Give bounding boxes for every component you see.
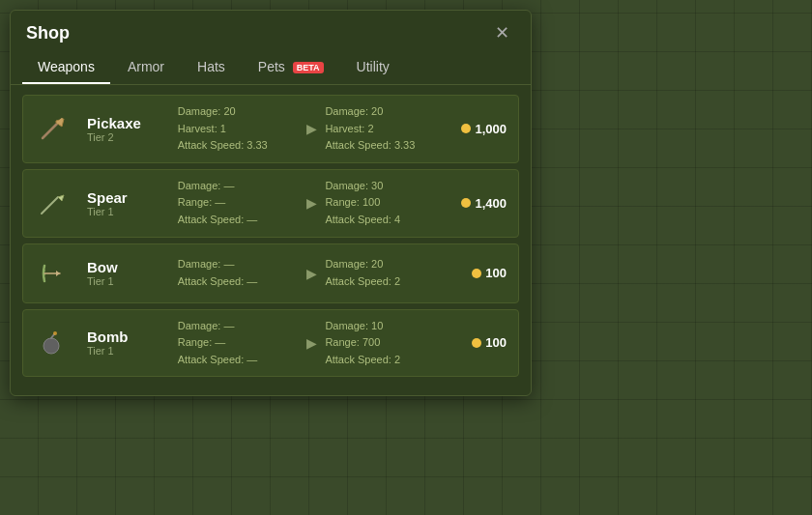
pickaxe-icon (23, 96, 81, 162)
tab-hats[interactable]: Hats (182, 51, 241, 84)
bomb-tier: Tier 1 (87, 345, 168, 357)
svg-point-9 (53, 331, 57, 335)
item-row-pickaxe[interactable]: Pickaxe Tier 2 Damage: 20 Harvest: 1 Att… (22, 95, 519, 163)
bow-name: Bow (87, 259, 168, 275)
item-row-spear[interactable]: Spear Tier 1 Damage: — Range: — Attack S… (22, 169, 519, 238)
pickaxe-stats-left: Damage: 20 Harvest: 1 Attack Speed: 3.33 (174, 96, 304, 162)
svg-line-2 (42, 197, 58, 214)
spear-info: Spear Tier 1 (81, 170, 174, 237)
gold-dot (461, 124, 471, 133)
pickaxe-price-col: 1,000 (450, 96, 518, 162)
pickaxe-price: 1,000 (461, 122, 507, 136)
gold-dot (461, 198, 471, 208)
bow-stats-right: Damage: 20 Attack Speed: 2 (321, 244, 450, 302)
tabs-container: Weapons Armor Hats Pets BETA Utility (11, 51, 531, 85)
gold-dot (472, 269, 481, 278)
bomb-stats-right: Damage: 10 Range: 700 Attack Speed: 2 (321, 310, 450, 377)
modal-header: Shop ✕ (11, 11, 531, 51)
svg-marker-6 (56, 271, 60, 276)
shop-modal: Shop ✕ Weapons Armor Hats Pets BETA Util… (10, 10, 532, 396)
spear-stats-right: Damage: 30 Range: 100 Attack Speed: 4 (321, 170, 450, 237)
bomb-price-col: 100 (450, 310, 518, 377)
spear-price: 1,400 (461, 196, 507, 211)
spear-icon (23, 170, 81, 237)
item-row-bow[interactable]: Bow Tier 1 Damage: — Attack Speed: — ▶ D… (22, 243, 519, 303)
bow-stats-left: Damage: — Attack Speed: — (174, 244, 304, 302)
bomb-stats-left: Damage: — Range: — Attack Speed: — (174, 310, 304, 377)
bomb-price: 100 (472, 335, 507, 350)
svg-line-8 (51, 334, 54, 338)
bomb-icon (23, 310, 81, 377)
spear-name: Spear (87, 189, 168, 206)
close-button[interactable]: ✕ (489, 22, 515, 43)
bomb-name: Bomb (87, 329, 168, 345)
spear-arrow: ▶ (303, 170, 321, 237)
spear-tier: Tier 1 (87, 206, 168, 217)
bow-price-col: 100 (450, 244, 518, 302)
modal-title: Shop (26, 23, 70, 43)
pickaxe-name: Pickaxe (87, 115, 168, 131)
tab-weapons[interactable]: Weapons (22, 51, 110, 84)
svg-line-0 (43, 123, 58, 138)
bow-tier: Tier 1 (87, 275, 168, 287)
spear-stats-left: Damage: — Range: — Attack Speed: — (174, 170, 304, 237)
pickaxe-arrow: ▶ (303, 96, 321, 162)
gold-dot (472, 338, 481, 348)
svg-point-7 (44, 338, 59, 354)
item-row-bomb[interactable]: Bomb Tier 1 Damage: — Range: — Attack Sp… (22, 309, 519, 378)
bow-info: Bow Tier 1 (81, 244, 174, 302)
tab-utility[interactable]: Utility (341, 51, 405, 84)
pickaxe-info: Pickaxe Tier 2 (81, 96, 174, 162)
tab-pets[interactable]: Pets BETA (243, 51, 339, 84)
spear-price-col: 1,400 (450, 170, 518, 237)
tab-armor[interactable]: Armor (112, 51, 180, 84)
pickaxe-stats-right: Damage: 20 Harvest: 2 Attack Speed: 3.33 (321, 96, 450, 162)
bow-arrow: ▶ (303, 244, 321, 302)
bow-price: 100 (472, 266, 507, 280)
bomb-info: Bomb Tier 1 (81, 310, 174, 377)
beta-badge: BETA (293, 62, 324, 73)
items-list: Pickaxe Tier 2 Damage: 20 Harvest: 1 Att… (11, 85, 531, 386)
pickaxe-tier: Tier 2 (87, 131, 168, 143)
svg-marker-3 (58, 195, 64, 201)
bow-icon (23, 244, 81, 302)
bomb-arrow: ▶ (303, 310, 321, 377)
